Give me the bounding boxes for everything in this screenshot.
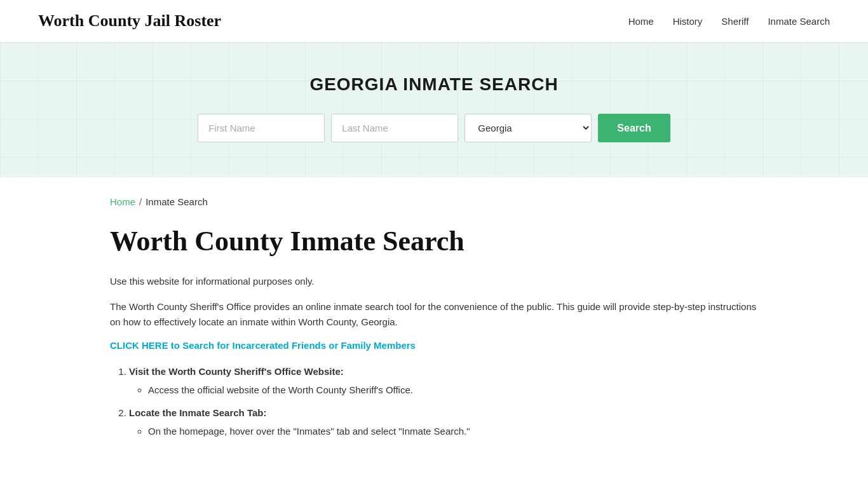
site-title[interactable]: Worth County Jail Roster — [38, 11, 221, 30]
first-name-input[interactable] — [198, 114, 325, 142]
breadcrumb-separator: / — [139, 196, 142, 207]
site-header: Worth County Jail Roster Home History Sh… — [0, 0, 868, 43]
search-banner: GEORGIA INMATE SEARCH Georgia Alabama Fl… — [0, 43, 868, 177]
nav-inmate-search[interactable]: Inmate Search — [768, 16, 830, 27]
instruction-sublist-2: On the homepage, hover over the "Inmates… — [129, 423, 758, 440]
main-nav: Home History Sheriff Inmate Search — [628, 16, 830, 27]
instruction-item-2: Locate the Inmate Search Tab: On the hom… — [129, 405, 758, 440]
instruction-sublist-1: Access the official website of the Worth… — [129, 382, 758, 398]
search-button[interactable]: Search — [598, 114, 670, 142]
cta-link[interactable]: CLICK HERE to Search for Incarcerated Fr… — [110, 340, 416, 351]
last-name-input[interactable] — [331, 114, 458, 142]
instructions-list: Visit the Worth County Sheriff's Office … — [110, 363, 758, 440]
instruction-heading-1: Visit the Worth County Sheriff's Office … — [129, 366, 344, 377]
breadcrumb-current: Inmate Search — [146, 196, 208, 207]
banner-title: GEORGIA INMATE SEARCH — [13, 74, 855, 95]
description-text: The Worth County Sheriff's Office provid… — [110, 299, 758, 330]
page-heading: Worth County Inmate Search — [110, 225, 758, 259]
nav-home[interactable]: Home — [628, 16, 654, 27]
instruction-item-1: Visit the Worth County Sheriff's Office … — [129, 363, 758, 398]
state-select[interactable]: Georgia Alabama Florida Tennessee South … — [465, 114, 592, 142]
disclaimer-text: Use this website for informational purpo… — [110, 274, 758, 289]
main-content: Home / Inmate Search Worth County Inmate… — [72, 177, 796, 484]
nav-sheriff[interactable]: Sheriff — [721, 16, 749, 27]
nav-history[interactable]: History — [673, 16, 703, 27]
breadcrumb-home-link[interactable]: Home — [110, 196, 135, 207]
instruction-heading-2: Locate the Inmate Search Tab: — [129, 407, 266, 418]
inmate-search-form: Georgia Alabama Florida Tennessee South … — [13, 114, 855, 142]
breadcrumb: Home / Inmate Search — [110, 196, 758, 207]
instruction-sub-1-1: Access the official website of the Worth… — [148, 382, 758, 398]
instruction-sub-2-1: On the homepage, hover over the "Inmates… — [148, 423, 758, 440]
